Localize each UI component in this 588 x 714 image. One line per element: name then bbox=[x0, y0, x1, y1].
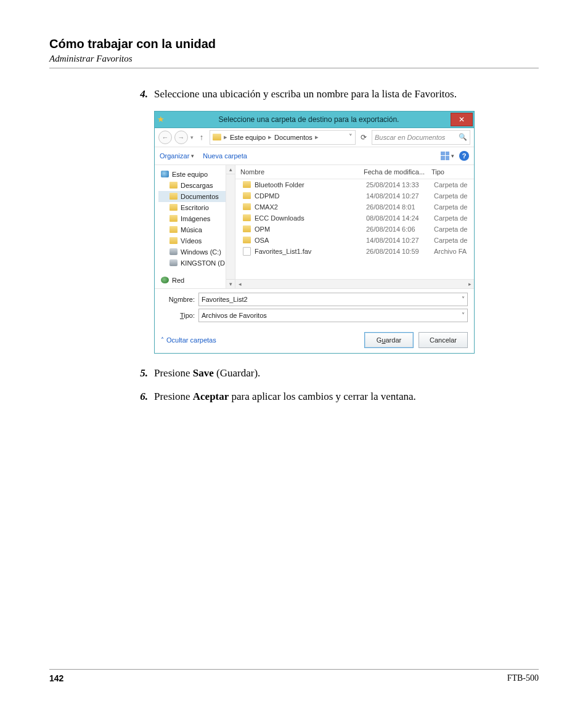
file-type: Carpeta de bbox=[434, 237, 474, 244]
file-type: Carpeta de bbox=[434, 214, 474, 222]
hide-folders-link[interactable]: ˄ Ocultar carpetas bbox=[161, 336, 216, 344]
list-item[interactable]: OPM26/08/2014 6:06Carpeta de bbox=[235, 224, 474, 235]
chevron-down-icon[interactable]: ˅ bbox=[462, 296, 465, 302]
cancel-button[interactable]: Cancelar bbox=[419, 332, 468, 348]
tree-item-desktop[interactable]: Escritorio bbox=[158, 202, 235, 213]
close-button[interactable]: ✕ bbox=[451, 113, 473, 126]
folder-icon bbox=[243, 237, 251, 243]
breadcrumb[interactable]: ▸ Este equipo ▸ Documentos ▸ ˅ bbox=[210, 130, 356, 145]
refresh-button[interactable]: ⟳ bbox=[358, 133, 369, 142]
file-name: Bluetooth Folder bbox=[255, 181, 304, 189]
help-icon: ? bbox=[462, 152, 467, 160]
scroll-left-icon: ◂ bbox=[235, 280, 244, 288]
chevron-down-icon[interactable]: ˅ bbox=[349, 133, 353, 141]
folder-icon bbox=[169, 226, 178, 233]
file-name: ECC Downloads bbox=[255, 214, 304, 222]
chevron-up-icon: ˄ bbox=[161, 336, 164, 343]
file-icon bbox=[243, 247, 251, 256]
list-item[interactable]: Bluetooth Folder25/08/2014 13:33Carpeta … bbox=[235, 179, 474, 190]
tree-item-drive-d[interactable]: KINGSTON (D:) bbox=[158, 258, 235, 269]
filename-input[interactable]: Favorites_List2 ˅ bbox=[198, 293, 468, 306]
file-date: 14/08/2014 10:27 bbox=[366, 192, 434, 200]
page-heading: Cómo trabajar con la unidad bbox=[49, 37, 539, 51]
list-item[interactable]: CMAX226/08/2014 8:01Carpeta de bbox=[235, 201, 474, 213]
list-item[interactable]: Favorites_List1.fav26/08/2014 10:59Archi… bbox=[235, 246, 474, 257]
folder-icon bbox=[169, 182, 178, 189]
refresh-icon: ⟳ bbox=[361, 133, 367, 142]
dialog-title: Seleccione una carpeta de destino para l… bbox=[167, 115, 451, 124]
tree-item-thispc[interactable]: Este equipo bbox=[158, 169, 235, 180]
organize-menu[interactable]: Organizar ▾ bbox=[160, 152, 194, 160]
list-item[interactable]: ECC Downloads08/08/2014 14:24Carpeta de bbox=[235, 213, 474, 224]
scroll-up-icon: ▴ bbox=[226, 165, 235, 174]
folder-icon bbox=[169, 204, 178, 211]
file-type: Carpeta de bbox=[434, 203, 474, 211]
column-header-type[interactable]: Tipo bbox=[431, 168, 474, 176]
step-4-number: 4. bbox=[129, 87, 154, 102]
footer-rule bbox=[49, 669, 539, 670]
file-name: Favorites_List1.fav bbox=[255, 248, 311, 255]
search-input[interactable]: Buscar en Documentos 🔍 bbox=[372, 130, 470, 145]
scroll-down-icon: ▾ bbox=[226, 279, 235, 288]
column-headers: Nombre Fecha de modifica... Tipo bbox=[235, 165, 474, 179]
save-label-post: ardar bbox=[386, 336, 402, 344]
back-button[interactable]: ← bbox=[158, 131, 172, 144]
column-header-date[interactable]: Fecha de modifica... bbox=[364, 168, 431, 176]
list-item[interactable]: OSA14/08/2014 10:27Carpeta de bbox=[235, 235, 474, 246]
hide-folders-label: Ocultar carpetas bbox=[166, 336, 216, 344]
folder-icon bbox=[169, 215, 178, 222]
chevron-down-icon: ▾ bbox=[451, 153, 454, 159]
help-button[interactable]: ? bbox=[459, 151, 469, 161]
step-5-text: Presione Save (Guardar). bbox=[154, 366, 520, 381]
arrow-right-icon: → bbox=[178, 134, 185, 141]
model-label: FTB-500 bbox=[507, 673, 539, 683]
filetype-label: Tipo: bbox=[161, 312, 198, 319]
tree-scrollbar[interactable]: ▴ ▾ bbox=[226, 165, 235, 288]
step-5-number: 5. bbox=[129, 366, 154, 381]
folder-icon bbox=[169, 237, 178, 244]
tree-item-pictures[interactable]: Imágenes bbox=[158, 213, 235, 224]
drive-icon bbox=[169, 259, 178, 266]
drive-icon bbox=[169, 248, 178, 255]
step-4-text: Seleccione una ubicación y escriba un no… bbox=[154, 87, 520, 102]
heading-rule bbox=[49, 68, 539, 68]
chevron-down-icon: ▾ bbox=[191, 153, 194, 159]
folder-icon bbox=[243, 225, 251, 232]
tree-label: Escritorio bbox=[181, 204, 209, 211]
tree-label: Windows (C:) bbox=[181, 248, 221, 256]
tree-item-music[interactable]: Música bbox=[158, 224, 235, 235]
breadcrumb-item[interactable]: Este equipo bbox=[230, 134, 266, 141]
new-folder-button[interactable]: Nueva carpeta bbox=[203, 152, 247, 160]
chevron-down-icon[interactable]: ˅ bbox=[462, 312, 465, 318]
step-6-text: Presione Aceptar para aplicar los cambio… bbox=[154, 389, 520, 405]
file-date: 14/08/2014 10:27 bbox=[366, 237, 434, 244]
forward-button[interactable]: → bbox=[174, 131, 188, 144]
tree-label: KINGSTON (D:) bbox=[181, 259, 229, 267]
view-button[interactable]: ▾ bbox=[441, 152, 459, 160]
tree-item-drive-c[interactable]: Windows (C:) bbox=[158, 246, 235, 258]
tree-item-downloads[interactable]: Descargas bbox=[158, 180, 235, 191]
file-type: Carpeta de bbox=[434, 181, 474, 189]
horizontal-scrollbar[interactable]: ◂ ▸ bbox=[235, 279, 474, 288]
tree-item-documents[interactable]: Documentos bbox=[158, 191, 235, 202]
tree-item-videos[interactable]: Vídeos bbox=[158, 235, 235, 246]
filetype-value: Archivos de Favoritos bbox=[202, 312, 267, 319]
folder-icon bbox=[169, 193, 178, 200]
tree-label: Este equipo bbox=[172, 171, 208, 178]
step-6-number: 6. bbox=[129, 389, 154, 405]
save-button[interactable]: Guardar bbox=[364, 332, 414, 348]
arrow-left-icon: ← bbox=[162, 134, 169, 141]
up-button[interactable]: ↑ bbox=[196, 132, 207, 143]
tree-item-network[interactable]: Red bbox=[158, 275, 235, 286]
filetype-select[interactable]: Archivos de Favoritos ˅ bbox=[198, 309, 468, 322]
list-item[interactable]: CDPMD14/08/2014 10:27Carpeta de bbox=[235, 190, 474, 201]
column-header-name[interactable]: Nombre bbox=[235, 168, 364, 176]
file-date: 08/08/2014 14:24 bbox=[366, 214, 434, 222]
dialog-toolbar: Organizar ▾ Nueva carpeta ▾ ? bbox=[155, 147, 474, 165]
breadcrumb-item[interactable]: Documentos bbox=[274, 134, 312, 141]
tree-label: Imágenes bbox=[181, 215, 210, 222]
filename-value: Favorites_List2 bbox=[202, 296, 248, 303]
folder-icon bbox=[243, 181, 251, 188]
chevron-right-icon: ▸ bbox=[315, 133, 319, 141]
file-name: OSA bbox=[255, 237, 269, 244]
